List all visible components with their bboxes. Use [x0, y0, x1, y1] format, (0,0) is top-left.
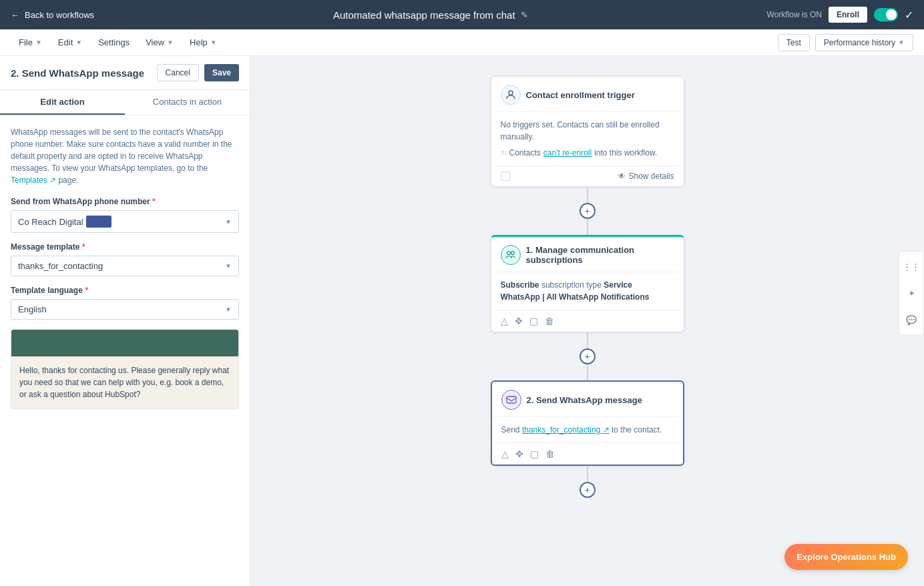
reenroll-info: ↻ Contacts can't re-enroll into this wor… [501, 147, 674, 159]
sparkle-tool[interactable]: ✦ [902, 284, 921, 302]
move-icon[interactable]: ✥ [515, 316, 523, 326]
edit-label: Edit [58, 37, 73, 47]
settings-label: Settings [98, 37, 130, 47]
sidebar-actions: Cancel Save [157, 64, 239, 81]
whatsapp-node-header: 2. Send WhatsApp message [492, 382, 683, 417]
view-chevron: ▼ [167, 39, 174, 46]
reenroll-link[interactable]: can't re-enroll [543, 147, 592, 159]
sidebar-header: 2. Send WhatsApp message Cancel Save [0, 56, 250, 90]
trigger-node-footer: 👁 Show details [491, 166, 684, 186]
connector-line-2 [587, 219, 588, 235]
template-preview-header [11, 330, 238, 356]
connector-line-5 [587, 466, 588, 482]
svg-point-1 [507, 252, 510, 255]
send-from-dropdown[interactable]: Co Reach Digital ▼ [11, 210, 239, 233]
template-language-label: Template language * [11, 286, 239, 295]
sidebar-description: WhatsApp messages will be sent to the co… [11, 126, 239, 186]
perf-chevron: ▼ [898, 39, 905, 46]
settings-icon[interactable]: ▢ [529, 316, 538, 326]
manage-node-body: Subscribe subscription type Service What… [491, 272, 684, 310]
line-2 [587, 219, 588, 235]
test-button[interactable]: Test [778, 34, 810, 51]
connector-line-1 [587, 187, 588, 203]
grid-icon: ⋮⋮ [903, 262, 920, 272]
save-button[interactable]: Save [204, 64, 239, 81]
wa-copy-icon[interactable]: △ [501, 449, 509, 459]
whatsapp-template-link[interactable]: thanks_for_contacting ↗ [522, 425, 610, 434]
manage-node: 1. Manage communication subscriptions Su… [491, 235, 684, 332]
template-language-dropdown[interactable]: English ▼ [11, 299, 239, 320]
top-nav: ← Back to workflows Automated whatsapp m… [0, 0, 924, 29]
send-from-field-group: Send from WhatsApp phone number * Co Rea… [11, 197, 239, 233]
workflow-toggle[interactable] [874, 8, 898, 21]
message-template-dropdown[interactable]: thanks_for_contacting ▼ [11, 256, 239, 276]
back-to-workflows[interactable]: ← Back to workflows [11, 10, 94, 20]
help-menu[interactable]: Help ▼ [182, 29, 225, 56]
chat-tool[interactable]: 💬 [902, 310, 921, 329]
manage-node-icon [501, 245, 521, 265]
cancel-button[interactable]: Cancel [157, 64, 199, 81]
show-details-button[interactable]: 👁 Show details [618, 172, 674, 181]
line-4 [587, 364, 588, 380]
connector-line-4 [587, 364, 588, 380]
add-node-1[interactable]: + [580, 203, 596, 219]
edit-menu[interactable]: Edit ▼ [50, 29, 90, 56]
sparkle-icon: ✦ [908, 288, 915, 298]
connector-1: + [580, 187, 596, 235]
template-preview-body: Hello, thanks for contacting us. Please … [11, 356, 238, 408]
message-template-chevron: ▼ [225, 262, 232, 270]
line-1 [587, 187, 588, 203]
delete-icon[interactable]: 🗑 [545, 316, 554, 326]
wa-move-icon[interactable]: ✥ [515, 449, 523, 459]
workflow-status: Workflow is ON [767, 10, 822, 19]
view-menu[interactable]: View ▼ [138, 29, 182, 56]
tab-edit-action[interactable]: Edit action [0, 90, 125, 115]
edit-title-icon[interactable]: ✎ [521, 10, 528, 20]
connector-2: + [580, 332, 596, 380]
main-layout: 2. Send WhatsApp message Cancel Save Edi… [0, 56, 924, 586]
sidebar-content: WhatsApp messages will be sent to the co… [0, 115, 250, 586]
template-language-field-group: Template language * English ▼ [11, 286, 239, 320]
tab-contacts-in-action[interactable]: Contacts in action [125, 90, 250, 115]
manage-node-title: 1. Manage communication subscriptions [526, 245, 674, 265]
trigger-node-wrapper: Contact enrollment trigger No triggers s… [491, 76, 684, 235]
templates-link[interactable]: Templates ↗ [11, 176, 58, 185]
connector-3: + [580, 466, 596, 498]
sidebar-panel: 2. Send WhatsApp message Cancel Save Edi… [0, 56, 250, 586]
add-node-3[interactable]: + [580, 482, 596, 498]
right-tools-panel: ⋮⋮ ✦ 💬 [899, 251, 924, 335]
grid-tool[interactable]: ⋮⋮ [902, 257, 921, 276]
wa-delete-icon[interactable]: 🗑 [545, 449, 555, 459]
svg-point-0 [509, 91, 513, 95]
send-from-label: Send from WhatsApp phone number * [11, 197, 239, 206]
checkbox-icon[interactable] [501, 172, 510, 181]
send-from-chevron: ▼ [225, 218, 232, 226]
workflow-canvas[interactable]: Contact enrollment trigger No triggers s… [250, 56, 924, 586]
back-arrow-icon: ← [11, 10, 19, 20]
eye-icon: 👁 [618, 172, 626, 181]
add-node-2[interactable]: + [580, 348, 596, 364]
template-language-required: * [85, 286, 88, 295]
file-menu[interactable]: File ▼ [11, 29, 50, 56]
message-template-field-group: Message template * thanks_for_contacting… [11, 242, 239, 276]
trigger-node: Contact enrollment trigger No triggers s… [491, 76, 684, 187]
trigger-node-icon [501, 85, 521, 105]
copy-icon[interactable]: △ [501, 316, 508, 326]
file-label: File [19, 37, 33, 47]
sidebar-tabs: Edit action Contacts in action [0, 90, 250, 115]
whatsapp-node: 2. Send WhatsApp message Send thanks_for… [491, 380, 684, 466]
explore-operations-hub-button[interactable]: Explore Operations Hub [784, 544, 908, 570]
message-template-label: Message template * [11, 242, 239, 252]
sec-nav-right: Test Performance history ▼ [778, 34, 913, 51]
manage-node-header: 1. Manage communication subscriptions [491, 237, 684, 272]
trigger-node-title: Contact enrollment trigger [526, 90, 635, 100]
wa-settings-icon[interactable]: ▢ [530, 449, 539, 459]
top-nav-right: Workflow is ON Enroll ✓ [767, 7, 913, 23]
performance-history-button[interactable]: Performance history ▼ [815, 34, 913, 51]
enroll-button[interactable]: Enroll [829, 7, 867, 23]
send-from-required: * [152, 197, 156, 206]
manage-node-actions: △ ✥ ▢ 🗑 [491, 310, 684, 332]
settings-menu[interactable]: Settings [90, 29, 138, 56]
help-label: Help [190, 37, 208, 47]
whatsapp-node-body: Send thanks_for_contacting ↗ to the cont… [492, 417, 683, 443]
